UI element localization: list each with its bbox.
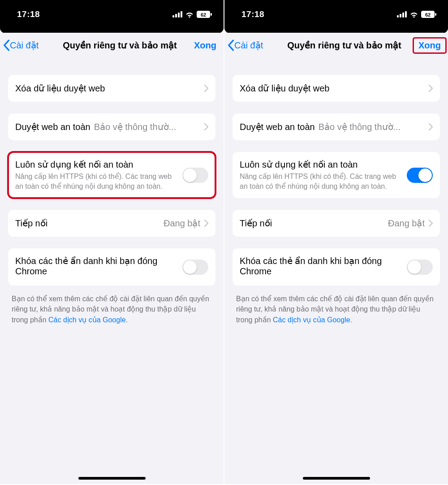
- row-label: Xóa dữ liệu duyệt web: [240, 83, 329, 94]
- svg-rect-10: [405, 11, 407, 17]
- group-lock-incognito: Khóa các thẻ ẩn danh khi bạn đóng Chrome: [8, 248, 215, 286]
- wifi-icon: [185, 11, 194, 18]
- chevron-right-icon: [204, 85, 208, 92]
- row-lock-incognito: Khóa các thẻ ẩn danh khi bạn đóng Chrome: [8, 248, 215, 286]
- svg-rect-0: [172, 15, 174, 17]
- done-button[interactable]: Xong: [414, 39, 445, 52]
- row-description: Nâng cấp lên HTTPS (khi có thể). Các tra…: [15, 172, 178, 191]
- chevron-right-icon: [428, 123, 433, 130]
- toggle-lock-incognito[interactable]: [182, 260, 208, 275]
- wifi-icon: [409, 11, 419, 18]
- group-clear-data: Xóa dữ liệu duyệt web: [233, 75, 440, 102]
- toggle-lock-incognito[interactable]: [407, 260, 433, 275]
- cellular-icon: [397, 11, 407, 17]
- row-value: Bảo vệ thông thườ...: [319, 121, 401, 132]
- footer-suffix: .: [350, 316, 352, 324]
- row-label: Tiếp nối: [15, 218, 47, 229]
- settings-content: Xóa dữ liệu duyệt web Duyệt web an toàn …: [224, 58, 448, 325]
- svg-rect-9: [402, 13, 404, 17]
- svg-rect-3: [181, 11, 182, 17]
- row-label: Tiếp nối: [240, 218, 272, 229]
- nav-bar: Cài đặt Quyền riêng tư và bảo mật Xong: [224, 33, 448, 58]
- group-continue: Tiếp nối Đang bật: [233, 210, 440, 237]
- status-icons: 62: [397, 11, 436, 18]
- battery-icon: 62: [197, 11, 212, 18]
- group-continue: Tiếp nối Đang bật: [8, 210, 215, 237]
- svg-rect-8: [400, 14, 401, 17]
- done-button[interactable]: Xong: [190, 39, 221, 52]
- row-always-https: Luôn sử dụng kết nối an toàn Nâng cấp lê…: [233, 152, 440, 198]
- group-always-https: Luôn sử dụng kết nối an toàn Nâng cấp lê…: [233, 152, 440, 198]
- svg-rect-2: [178, 13, 180, 17]
- row-always-https: Luôn sử dụng kết nối an toàn Nâng cấp lê…: [8, 152, 215, 198]
- phone-left: 17:18 62 Cài đặt Quyền riêng tư và bảo m…: [0, 0, 224, 484]
- svg-rect-5: [211, 13, 212, 16]
- chevron-right-icon: [428, 85, 433, 92]
- row-safe-browsing[interactable]: Duyệt web an toàn Bảo vệ thông thườ...: [8, 113, 215, 140]
- back-button[interactable]: Cài đặt: [226, 39, 263, 51]
- back-label: Cài đặt: [10, 40, 39, 51]
- status-bar: 17:18 62: [224, 0, 448, 29]
- svg-text:62: 62: [425, 12, 431, 17]
- group-safe-browsing: Duyệt web an toàn Bảo vệ thông thườ...: [233, 113, 440, 140]
- svg-rect-7: [397, 15, 399, 17]
- row-label: Luôn sử dụng kết nối an toàn: [240, 159, 402, 170]
- battery-icon: 62: [421, 11, 436, 18]
- cellular-icon: [172, 11, 182, 17]
- row-label: Khóa các thẻ ẩn danh khi bạn đóng Chrome: [15, 255, 178, 277]
- row-clear-browsing-data[interactable]: Xóa dữ liệu duyệt web: [233, 75, 440, 102]
- phone-right: 17:18 62 Cài đặt Quyền riêng tư và bảo m…: [224, 0, 448, 484]
- row-value: Bảo vệ thông thườ...: [94, 121, 177, 132]
- status-icons: 62: [172, 11, 212, 18]
- footer-link[interactable]: Các dịch vụ của Google: [273, 316, 350, 324]
- group-safe-browsing: Duyệt web an toàn Bảo vệ thông thườ...: [8, 113, 215, 140]
- row-label: Xóa dữ liệu duyệt web: [15, 83, 105, 94]
- toggle-always-https[interactable]: [182, 168, 208, 183]
- toggle-always-https[interactable]: [407, 168, 433, 183]
- chevron-right-icon: [204, 220, 208, 227]
- back-button[interactable]: Cài đặt: [2, 39, 39, 51]
- row-safe-browsing[interactable]: Duyệt web an toàn Bảo vệ thông thườ...: [233, 113, 440, 140]
- settings-content: Xóa dữ liệu duyệt web Duyệt web an toàn …: [0, 58, 224, 325]
- row-description: Nâng cấp lên HTTPS (khi có thể). Các tra…: [240, 172, 402, 191]
- row-label: Khóa các thẻ ẩn danh khi bạn đóng Chrome: [240, 255, 402, 277]
- footer-note: Bạn có thể xem thêm các chế độ cài đặt l…: [8, 286, 215, 325]
- status-time: 17:18: [17, 9, 40, 19]
- chevron-left-icon: [2, 39, 11, 51]
- status-bar: 17:18 62: [0, 0, 224, 29]
- row-label: Luôn sử dụng kết nối an toàn: [15, 159, 178, 170]
- group-lock-incognito: Khóa các thẻ ẩn danh khi bạn đóng Chrome: [233, 248, 440, 286]
- chevron-right-icon: [204, 123, 208, 130]
- row-continue[interactable]: Tiếp nối Đang bật: [233, 210, 440, 237]
- status-time: 17:18: [241, 9, 264, 19]
- footer-note: Bạn có thể xem thêm các chế độ cài đặt l…: [233, 286, 440, 325]
- back-label: Cài đặt: [234, 40, 263, 51]
- chevron-left-icon: [226, 39, 235, 51]
- row-label: Duyệt web an toàn: [15, 121, 90, 132]
- row-lock-incognito: Khóa các thẻ ẩn danh khi bạn đóng Chrome: [233, 248, 440, 286]
- row-value: Đang bật: [164, 218, 200, 229]
- footer-link[interactable]: Các dịch vụ của Google: [48, 316, 126, 324]
- group-always-https: Luôn sử dụng kết nối an toàn Nâng cấp lê…: [8, 152, 215, 198]
- row-clear-browsing-data[interactable]: Xóa dữ liệu duyệt web: [8, 75, 215, 102]
- footer-suffix: .: [126, 316, 128, 324]
- svg-rect-1: [175, 14, 177, 17]
- chevron-right-icon: [428, 220, 433, 227]
- row-continue[interactable]: Tiếp nối Đang bật: [8, 210, 215, 237]
- row-value: Đang bật: [388, 218, 425, 229]
- home-indicator[interactable]: [78, 477, 146, 480]
- group-clear-data: Xóa dữ liệu duyệt web: [8, 75, 215, 102]
- svg-text:62: 62: [201, 12, 206, 17]
- row-label: Duyệt web an toàn: [240, 121, 315, 132]
- home-indicator[interactable]: [303, 477, 370, 480]
- svg-rect-12: [435, 13, 436, 16]
- nav-bar: Cài đặt Quyền riêng tư và bảo mật Xong: [0, 33, 224, 58]
